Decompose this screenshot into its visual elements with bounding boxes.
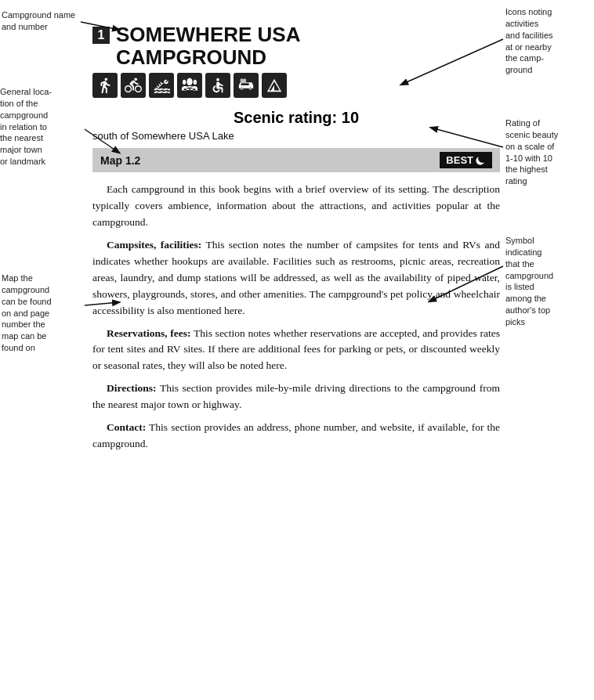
- ann-symbol-label: Symbolindicatingthat thecampgroundis lis…: [505, 235, 593, 328]
- campground-location: south of Somewhere USA Lake: [92, 130, 500, 142]
- directions-heading: Directions:: [107, 382, 157, 394]
- reservations-heading: Reservations, fees:: [107, 327, 191, 339]
- biking-icon: [121, 73, 146, 98]
- activity-icons-row: [92, 73, 500, 98]
- campground-name: SOMEWHERE USA CAMPGROUND: [116, 23, 300, 68]
- ann-icons-label: Icons notingactivitiesand facilitiesat o…: [505, 6, 593, 76]
- tent-icon: [262, 73, 287, 98]
- rv-icon: [234, 73, 259, 98]
- main-content: 1 SOMEWHERE USA CAMPGROUND: [92, 16, 500, 453]
- svg-point-6: [216, 78, 219, 81]
- body-text: Each campground in this book begins with…: [92, 182, 500, 453]
- map-bar: Map 1.2 BEST: [92, 148, 500, 172]
- campground-number: 1: [92, 27, 110, 44]
- directions-paragraph: Directions: This section provides mile-b…: [92, 381, 500, 413]
- hiking-icon: [92, 73, 118, 98]
- best-badge: BEST: [440, 152, 492, 168]
- page: Campground name and number General loca-…: [0, 0, 594, 700]
- map-label: Map 1.2: [100, 154, 140, 167]
- pets-icon: [177, 73, 202, 98]
- intro-paragraph: Each campground in this book begins with…: [92, 182, 500, 231]
- ann-map-label: Map thecampgroundcan be foundon and page…: [2, 272, 86, 354]
- campground-header: 1 SOMEWHERE USA CAMPGROUND: [92, 23, 500, 68]
- accessible-icon: [205, 73, 230, 98]
- scenic-rating: Scenic rating: 10: [92, 109, 500, 127]
- contact-paragraph: Contact: This section provides an addres…: [92, 420, 500, 453]
- ann-rating-label: Rating ofscenic beautyon a scale of1-10 …: [505, 117, 593, 187]
- moon-icon: [475, 155, 486, 166]
- swimming-icon: [149, 73, 174, 98]
- ann-general-location-label: General loca-tion of thecampgroundin rel…: [0, 86, 85, 168]
- campsites-paragraph: Campsites, facilities: This section note…: [92, 237, 500, 319]
- contact-heading: Contact:: [107, 421, 146, 433]
- campsites-heading: Campsites, facilities:: [107, 239, 201, 251]
- ann-campground-name-label: Campground name and number: [2, 9, 80, 33]
- reservations-paragraph: Reservations, fees: This section notes w…: [92, 326, 500, 375]
